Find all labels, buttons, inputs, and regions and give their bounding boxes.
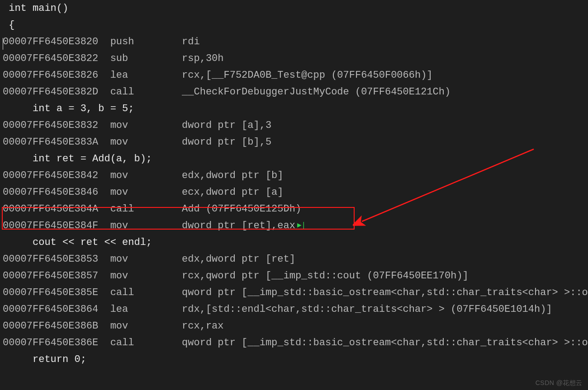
asm-line: 00007FF6450E3842 mov edx,dword ptr [b] [0,167,588,184]
asm-line: 00007FF6450E3820 push rdi [0,33,588,50]
source-line: int a = 3, b = 5; [0,100,588,117]
watermark-text: CSDN @花想云 [536,379,583,387]
asm-line: 00007FF6450E385E call qword ptr [__imp_s… [0,284,588,301]
source-line: return 0; [0,351,588,368]
asm-line-current: 00007FF6450E384F mov dword ptr [ret],eax… [0,217,588,234]
asm-line: 00007FF6450E383A mov dword ptr [b],5 [0,134,588,150]
text-cursor [3,38,3,50]
asm-line: 00007FF6450E3832 mov dword ptr [a],3 [0,117,588,134]
execution-pointer-icon: ▶| [297,217,306,234]
source-line: int ret = Add(a, b); [0,150,588,167]
asm-line: 00007FF6450E3864 lea rdx,[std::endl<char… [0,301,588,318]
asm-line: 00007FF6450E386E call qword ptr [__imp_s… [0,334,588,351]
asm-line: 00007FF6450E3857 mov rcx,qword ptr [__im… [0,268,588,284]
asm-line: 00007FF6450E3822 sub rsp,30h [0,50,588,67]
source-line: { [0,17,588,33]
asm-line: 00007FF6450E3846 mov ecx,dword ptr [a] [0,184,588,201]
asm-line: 00007FF6450E382D call __CheckForDebugger… [0,84,588,100]
asm-line-highlighted: 00007FF6450E384A call Add (07FF6450E125D… [0,201,588,217]
source-line: cout << ret << endl; [0,234,588,251]
asm-line: 00007FF6450E386B mov rcx,rax [0,318,588,334]
asm-line: 00007FF6450E3826 lea rcx,[__F752DA0B_Tes… [0,67,588,84]
source-line: int main() [0,0,588,17]
asm-line: 00007FF6450E3853 mov edx,dword ptr [ret] [0,251,588,268]
disassembly-view[interactable]: int main() { 00007FF6450E3820 push rdi 0… [0,0,588,390]
